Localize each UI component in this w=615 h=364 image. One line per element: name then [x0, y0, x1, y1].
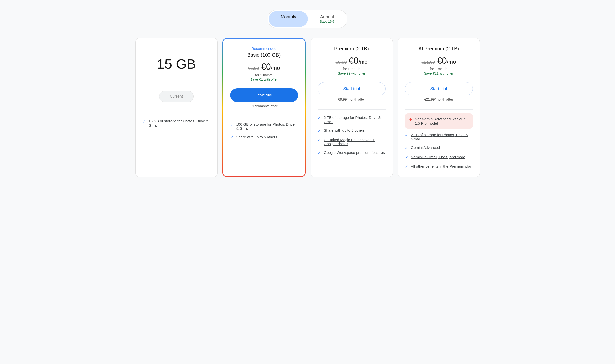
premium-for-period: for 1 month — [318, 67, 386, 71]
basic-plan-header: Recommended Basic (100 GB) — [230, 47, 298, 58]
basic-feature-share: ✓ Share with up to 5 others — [230, 135, 298, 140]
annual-save: Save 16% — [320, 20, 334, 23]
premium-feature-storage: ✓ 2 TB of storage for Photos, Drive & Gm… — [318, 115, 386, 124]
premium-feature-workspace: ✓ Google Workspace premium features — [318, 150, 386, 155]
ai-premium-divider — [405, 109, 473, 110]
basic-feature-storage: ✓ 100 GB of storage for Photos, Drive & … — [230, 122, 298, 130]
premium-current-price: €0/mo — [349, 56, 368, 66]
premium-price-section: €9.99 €0/mo for 1 month Save €9 with off… — [318, 56, 386, 75]
basic-price-section: €1.99 €0/mo for 1 month Save €1 with off… — [230, 62, 298, 81]
check-icon: ✓ — [230, 135, 233, 140]
premium-feature-share: ✓ Share with up to 5 others — [318, 128, 386, 133]
ai-premium-feature-storage: ✓ 2 TB of storage for Photos, Drive & Gm… — [405, 133, 473, 141]
check-icon: ✓ — [318, 116, 321, 120]
check-icon: ✓ — [230, 122, 233, 127]
ai-premium-feature-all-benefits: ✓ All other benefits in the Premium plan — [405, 164, 473, 169]
premium-feature-workspace-text: Google Workspace premium features — [324, 150, 385, 155]
basic-divider — [230, 116, 298, 116]
premium-start-trial-button[interactable]: Start trial — [318, 82, 386, 95]
ai-premium-feature-gemini-advanced-text: Gemini Advanced — [411, 145, 440, 150]
premium-feature-magic-editor-text: Unlimited Magic Editor saves in Google P… — [324, 138, 386, 146]
basic-plan-name: Basic (100 GB) — [230, 52, 298, 58]
ai-premium-feature-all-benefits-text: All other benefits in the Premium plan — [411, 164, 472, 168]
premium-save-offer: Save €9 with offer — [318, 71, 386, 75]
ai-premium-current-price: €0/mo — [437, 56, 456, 66]
ai-premium-plan-name: AI Premium (2 TB) — [405, 46, 473, 52]
free-plan-card: 15 GB Current ✓ 15 GB of storage for Pho… — [135, 38, 218, 177]
check-icon: ✓ — [405, 164, 408, 169]
ai-premium-for-period: for 1 month — [405, 67, 473, 71]
basic-price-row: €1.99 €0/mo — [230, 62, 298, 72]
check-icon: ✓ — [318, 128, 321, 133]
basic-price-suffix: /mo — [271, 65, 280, 71]
basic-original-price: €1.99 — [248, 66, 259, 71]
premium-features-list: ✓ 2 TB of storage for Photos, Drive & Gm… — [318, 115, 386, 155]
basic-for-period: for 1 month — [230, 73, 298, 77]
premium-feature-storage-text: 2 TB of storage for Photos, Drive & Gmai… — [324, 115, 386, 124]
free-feature-storage: ✓ 15 GB of storage for Photos, Drive & G… — [142, 119, 210, 127]
star-icon: ✦ — [409, 117, 412, 122]
check-icon: ✓ — [142, 119, 146, 124]
basic-plan-card: Recommended Basic (100 GB) €1.99 €0/mo f… — [222, 38, 306, 177]
gemini-highlight: ✦ Get Gemini Advanced with our 1.5 Pro m… — [405, 113, 473, 129]
annual-label: Annual — [320, 15, 334, 19]
free-features-list: ✓ 15 GB of storage for Photos, Drive & G… — [142, 119, 210, 127]
ai-premium-feature-gemini-gmail: ✓ Gemini in Gmail, Docs, and more — [405, 155, 473, 160]
premium-after-price: €9.99/month after — [318, 97, 386, 101]
ai-premium-price-row: €21.99 €0/mo — [405, 56, 473, 66]
plans-grid: 15 GB Current ✓ 15 GB of storage for Pho… — [135, 38, 480, 177]
ai-premium-original-price: €21.99 — [422, 60, 435, 65]
ai-premium-after-price: €21.99/month after — [405, 97, 473, 101]
ai-premium-plan-card: AI Premium (2 TB) €21.99 €0/mo for 1 mon… — [398, 38, 480, 177]
annual-toggle[interactable]: Annual Save 16% — [308, 11, 346, 27]
ai-premium-plan-header: AI Premium (2 TB) — [405, 46, 473, 52]
basic-start-trial-button[interactable]: Start trial — [230, 88, 298, 102]
billing-toggle: Monthly Annual Save 16% — [268, 10, 347, 28]
premium-price-row: €9.99 €0/mo — [318, 56, 386, 66]
basic-after-price: €1.99/month after — [230, 104, 298, 108]
premium-feature-share-text: Share with up to 5 others — [324, 128, 365, 132]
ai-premium-feature-gemini-advanced: ✓ Gemini Advanced — [405, 145, 473, 150]
premium-original-price: €9.99 — [336, 60, 347, 65]
ai-premium-start-trial-button[interactable]: Start trial — [405, 82, 473, 95]
basic-feature-share-text: Share with up to 5 others — [236, 135, 277, 139]
current-button: Current — [159, 91, 194, 102]
ai-premium-features-list: ✓ 2 TB of storage for Photos, Drive & Gm… — [405, 133, 473, 169]
premium-plan-card: Premium (2 TB) €9.99 €0/mo for 1 month S… — [311, 38, 393, 177]
check-icon: ✓ — [318, 138, 321, 142]
gemini-highlight-text: Get Gemini Advanced with our 1.5 Pro mod… — [415, 117, 469, 125]
free-plan-header: 15 GB — [142, 46, 210, 82]
ai-premium-price-section: €21.99 €0/mo for 1 month Save €21 with o… — [405, 56, 473, 75]
basic-features-list: ✓ 100 GB of storage for Photos, Drive & … — [230, 122, 298, 140]
ai-premium-save-offer: Save €21 with offer — [405, 71, 473, 75]
check-icon: ✓ — [405, 146, 408, 150]
premium-feature-magic-editor: ✓ Unlimited Magic Editor saves in Google… — [318, 138, 386, 146]
check-icon: ✓ — [405, 155, 408, 160]
premium-price-suffix: /mo — [359, 59, 368, 65]
free-plan-name: 15 GB — [142, 56, 210, 72]
basic-save-offer: Save €1 with offer — [230, 78, 298, 81]
ai-premium-feature-gemini-gmail-text: Gemini in Gmail, Docs, and more — [411, 155, 465, 159]
premium-divider — [318, 109, 386, 110]
check-icon: ✓ — [318, 151, 321, 155]
monthly-toggle[interactable]: Monthly — [269, 11, 308, 27]
free-plan-divider — [142, 112, 210, 112]
basic-feature-storage-text: 100 GB of storage for Photos, Drive & Gm… — [236, 122, 298, 130]
check-icon: ✓ — [405, 133, 408, 138]
basic-current-price: €0/mo — [261, 62, 280, 72]
free-feature-storage-text: 15 GB of storage for Photos, Drive & Gma… — [149, 119, 210, 127]
recommended-label: Recommended — [230, 47, 298, 51]
premium-plan-header: Premium (2 TB) — [318, 46, 386, 52]
premium-plan-name: Premium (2 TB) — [318, 46, 386, 52]
ai-premium-feature-storage-text: 2 TB of storage for Photos, Drive & Gmai… — [411, 133, 473, 141]
ai-premium-price-suffix: /mo — [447, 59, 456, 65]
